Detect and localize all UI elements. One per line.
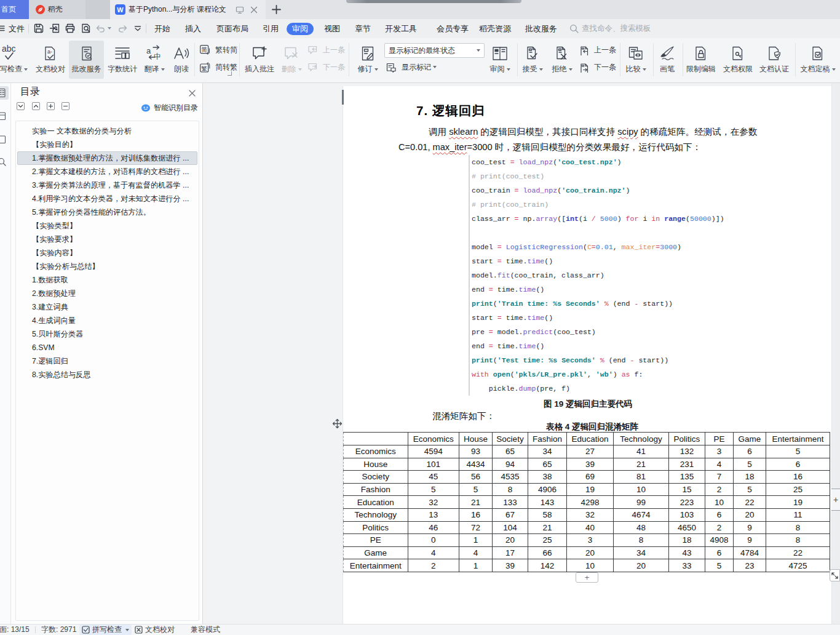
toc-item[interactable]: 2.掌握文本建模的方法，对语料库的文档进行 ... <box>16 165 199 178</box>
toc-expand-button[interactable] <box>17 102 25 110</box>
notes-strip-icon[interactable] <box>0 133 9 146</box>
reject-button[interactable]: 拒绝 <box>548 41 576 79</box>
next-comment-button[interactable]: 下一条 <box>307 62 345 73</box>
toc-plus-button[interactable] <box>47 102 55 110</box>
print-icon[interactable] <box>64 22 76 34</box>
span: 插入 <box>185 23 201 34</box>
menu-file[interactable]: 文件 <box>7 19 26 38</box>
table-resize-handle[interactable] <box>830 569 840 581</box>
word-count-button[interactable]: 字数统计 <box>106 41 139 79</box>
print-preview-icon[interactable] <box>80 22 92 34</box>
table-add-row-button[interactable]: + <box>576 572 598 583</box>
toc-item[interactable]: 4.生成词向量 <box>16 314 199 327</box>
ink-button[interactable]: 画笔 <box>656 41 678 79</box>
table-row: Politics46721042140484650298 <box>344 521 830 534</box>
menu-start[interactable]: 开始 <box>145 19 180 38</box>
toc-item[interactable]: 7.逻辑回归 <box>16 354 199 368</box>
insert-comment-button[interactable]: 插入批注 <box>241 41 278 79</box>
restrict-edit-button[interactable]: 限制编辑 <box>684 41 718 79</box>
toc-item[interactable]: 6.SVM <box>16 341 199 354</box>
toc-item[interactable]: 1.数据获取 <box>16 273 199 287</box>
read-aloud-button[interactable]: 朗读 <box>170 41 192 79</box>
menu-page-layout[interactable]: 页面布局 <box>211 19 254 38</box>
save-icon[interactable] <box>33 22 45 34</box>
toc-item[interactable]: 【实验分析与总结】 <box>16 260 199 273</box>
document-page[interactable]: 7. 逻辑回归 调用 sklearn 的逻辑回归模型，其接口同样支持 scipy… <box>343 86 831 624</box>
proofread-icon: a- <box>42 41 58 62</box>
redo-icon[interactable] <box>116 22 129 34</box>
toc-item[interactable]: 【实验要求】 <box>16 233 199 246</box>
output-icon[interactable] <box>49 22 61 34</box>
doc-finalize-button[interactable]: 文档定稿 <box>797 41 839 79</box>
window-drag-strip[interactable] <box>346 0 521 3</box>
vertical-scrollbar[interactable] <box>831 83 840 624</box>
menu-section[interactable]: 章节 <box>346 19 380 38</box>
toc-item[interactable]: 【实验目的】 <box>16 138 199 151</box>
markup-state-select[interactable]: 显示标记的最终状态 <box>384 43 485 58</box>
prev-change-button[interactable]: 上一条 <box>578 44 616 55</box>
toc-item[interactable]: 3.掌握分类算法的原理，基于有监督的机器学 ... <box>16 178 199 192</box>
menu-dev-tools[interactable]: 开发工具 <box>376 19 426 38</box>
track-changes-button[interactable]: 修订 <box>354 41 382 79</box>
delete-comment-button[interactable]: 删除 <box>277 41 306 79</box>
menu-review[interactable]: 审阅 <box>287 23 314 35</box>
page-indicator[interactable]: 页面: 13/15 <box>0 625 30 635</box>
prev-comment-button[interactable]: 上一条 <box>307 44 345 55</box>
menu-docer-res[interactable]: 稻壳资源 <box>470 19 520 38</box>
toc-item[interactable]: 3.建立词典 <box>16 300 199 314</box>
doc-permission-button[interactable]: 文档权限 <box>721 41 755 79</box>
show-markup-button[interactable]: 显示标记 <box>386 62 437 73</box>
tab-document[interactable]: W 基于Python...与分析 课程论文 <box>110 0 266 19</box>
spell-check-button[interactable]: abc 写检查 <box>0 41 34 79</box>
collapse-ribbon-icon[interactable] <box>132 22 144 34</box>
table-cell: 21 <box>459 496 493 509</box>
translate-button[interactable]: a中 翻译 <box>140 41 168 79</box>
proofread-toggle[interactable]: 文档校对 <box>135 625 175 635</box>
trad-to-simp-button[interactable]: 简繁转简 <box>200 44 237 55</box>
word-count-indicator[interactable]: 字数: 2971 <box>41 625 76 635</box>
spell-check-toggle[interactable]: 拼写检查 <box>79 625 132 635</box>
find-strip-icon[interactable] <box>0 155 9 169</box>
span: 章节 <box>355 23 371 34</box>
toc-collapse-button[interactable] <box>32 102 40 110</box>
toc-minus-button[interactable] <box>61 102 69 110</box>
doc-certify-button[interactable]: 文档认证 <box>758 41 791 79</box>
smart-toc-button[interactable]: 智能识别目录 <box>141 103 198 113</box>
screen-share-icon[interactable] <box>236 6 244 14</box>
toc-item[interactable]: 4.利用学习的文本分类器，对未知文本进行分 ... <box>16 192 199 206</box>
toc-item[interactable]: 1.掌握数据预处理的方法，对训练集数据进行 ... <box>17 151 197 165</box>
code-token: end <box>472 286 489 294</box>
menu-review-service[interactable]: 批改服务 <box>517 19 566 38</box>
table-add-column-button[interactable]: + <box>831 489 840 511</box>
tab-close-icon[interactable] <box>250 6 258 14</box>
table-move-handle[interactable] <box>332 418 343 429</box>
toc-item[interactable]: 5.掌握评价分类器性能的评估方法。 <box>16 206 199 219</box>
new-tab-button[interactable] <box>269 2 283 17</box>
menu-member[interactable]: 会员专享 <box>428 19 477 38</box>
toc-item[interactable]: 5.贝叶斯分类器 <box>16 327 199 341</box>
accept-button[interactable]: 接受 <box>518 41 547 79</box>
toc-item[interactable]: 【实验类型】 <box>16 219 199 233</box>
tab-docer[interactable]: 稻壳 <box>29 0 85 19</box>
trad-char-icon: 繁 <box>200 62 213 73</box>
toc-item[interactable]: 实验一 文本数据的分类与分析 <box>16 124 199 138</box>
undo-icon[interactable] <box>95 22 111 34</box>
tab-home[interactable]: 首页 <box>0 0 29 19</box>
command-search-input[interactable]: 查找命令、搜索模板 <box>569 22 651 36</box>
toc-item[interactable]: 【实验内容】 <box>16 246 199 260</box>
menu-references[interactable]: 引用 <box>253 19 288 38</box>
bookmark-strip-icon[interactable] <box>0 110 9 123</box>
toc-item[interactable]: 8.实验总结与反思 <box>16 368 199 381</box>
review-pane-button[interactable]: 审阅 <box>485 41 515 79</box>
toc-strip-icon[interactable] <box>0 86 9 100</box>
dialog-launcher-icon[interactable] <box>228 71 232 76</box>
toc-close-icon[interactable] <box>186 87 197 98</box>
compare-button[interactable]: 比较 <box>622 41 650 79</box>
menu-insert[interactable]: 插入 <box>176 19 210 38</box>
toc-item[interactable]: 2.数据预处理 <box>16 287 199 300</box>
next-change-button[interactable]: 下一条 <box>578 62 616 73</box>
hamburger-icon[interactable] <box>0 24 5 33</box>
proofread-button[interactable]: a- 文档校对 <box>34 41 67 79</box>
menu-view[interactable]: 视图 <box>315 19 349 38</box>
review-service-button[interactable]: 批改服务 <box>69 41 104 79</box>
